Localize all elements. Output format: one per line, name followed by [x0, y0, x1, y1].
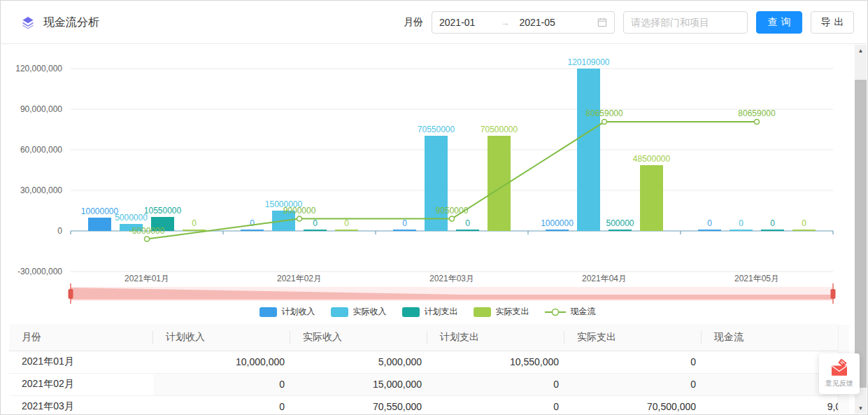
month-cell: 2021年02月: [9, 373, 153, 395]
date-range-arrow: →: [500, 17, 509, 28]
table-row: 2021年01月10,000,0005,000,00010,550,0000-6…: [9, 351, 838, 373]
legend-item-计划收入[interactable]: 计划收入: [259, 306, 315, 318]
line-point[interactable]: [755, 120, 760, 125]
svg-text:0: 0: [802, 218, 806, 228]
svg-text:0: 0: [739, 218, 744, 228]
bar-计划收入[interactable]: [88, 218, 111, 231]
cashflow-table-wrap: 月份计划收入实际收入计划支出实际支出现金流 2021年01月10,000,000…: [9, 324, 838, 415]
bar-计划收入[interactable]: [698, 230, 721, 231]
feedback-button[interactable]: 意见反馈: [819, 353, 860, 394]
svg-text:0: 0: [402, 218, 407, 228]
svg-text:0: 0: [57, 226, 62, 236]
export-button[interactable]: 导出: [811, 11, 854, 34]
scrollbar-down-arrow-icon[interactable]: ▼: [855, 402, 867, 414]
legend-item-计划支出[interactable]: 计划支出: [402, 306, 458, 318]
legend-swatch-icon: [331, 307, 348, 317]
svg-text:48500000: 48500000: [633, 154, 671, 164]
page-title: 现金流分析: [43, 15, 99, 30]
date-range-picker[interactable]: 2021-01 → 2021-05: [432, 11, 615, 34]
column-header-计划支出: 计划支出: [427, 324, 564, 351]
legend-label: 实际支出: [496, 306, 529, 318]
value-cell: 10,000,000: [153, 351, 290, 373]
month-cell: 2021年03月: [9, 395, 153, 415]
svg-text:10000000: 10000000: [81, 206, 119, 216]
scrollbar-thumb[interactable]: [855, 80, 867, 388]
column-header-实际支出: 实际支出: [564, 324, 702, 351]
bar-计划支出[interactable]: [456, 230, 479, 231]
svg-text:0: 0: [344, 218, 349, 228]
bar-实际支出[interactable]: [335, 230, 358, 231]
page-header: 现金流分析 月份 2021-01 → 2021-05 查询: [1, 1, 867, 44]
svg-text:120,000,000: 120,000,000: [15, 64, 62, 73]
scrollbar-up-arrow-icon[interactable]: ▲: [855, 45, 867, 56]
value-cell: 9,000,000: [702, 373, 838, 395]
legend-label: 实际收入: [353, 306, 387, 318]
date-start-value[interactable]: 2021-01: [439, 17, 475, 28]
svg-text:2021年04月: 2021年04月: [582, 274, 627, 283]
bar-计划收入[interactable]: [546, 230, 569, 231]
svg-text:1000000: 1000000: [541, 218, 574, 228]
chart-legend: 计划收入实际收入计划支出实际支出现金流: [1, 306, 854, 318]
bar-计划支出[interactable]: [761, 230, 784, 231]
bar-实际收入[interactable]: [577, 69, 600, 231]
legend-swatch-icon: [402, 307, 420, 317]
column-header-实际收入: 实际收入: [290, 324, 427, 351]
calendar-icon: [597, 17, 607, 27]
legend-item-实际支出[interactable]: 实际支出: [474, 306, 529, 318]
bar-计划支出[interactable]: [304, 230, 327, 231]
svg-text:9000000: 9000000: [283, 206, 316, 216]
line-point[interactable]: [145, 237, 150, 241]
value-cell: 0: [427, 395, 564, 415]
bar-计划收入[interactable]: [393, 230, 416, 231]
legend-label: 计划支出: [425, 306, 458, 318]
layers-icon: [21, 15, 35, 29]
svg-text:2021年02月: 2021年02月: [277, 274, 322, 283]
svg-text:-6000000: -6000000: [129, 226, 165, 236]
legend-item-现金流[interactable]: 现金流: [545, 306, 596, 318]
legend-label: 计划收入: [282, 306, 315, 318]
svg-text:9050000: 9050000: [436, 206, 469, 216]
value-cell: 0: [153, 395, 290, 415]
department-project-select[interactable]: [623, 11, 748, 34]
bar-实际收入[interactable]: [425, 136, 448, 231]
bar-实际支出[interactable]: [640, 165, 663, 231]
svg-text:120109000: 120109000: [567, 57, 609, 67]
line-point[interactable]: [450, 216, 455, 221]
value-cell: 0: [427, 373, 564, 395]
feedback-envelope-icon: [830, 359, 848, 377]
month-label: 月份: [404, 16, 423, 29]
feedback-label: 意见反馈: [825, 379, 853, 388]
date-end-value[interactable]: 2021-05: [519, 17, 592, 28]
query-button[interactable]: 查询: [756, 11, 802, 34]
cashflow-chart[interactable]: 120,000,00090,000,00060,000,00030,000,00…: [8, 45, 837, 305]
svg-text:80659000: 80659000: [738, 108, 776, 118]
svg-text:0: 0: [465, 218, 470, 228]
svg-text:70500000: 70500000: [481, 125, 518, 134]
svg-text:2021年03月: 2021年03月: [429, 274, 474, 283]
bar-实际支出[interactable]: [792, 230, 816, 231]
bar-计划收入[interactable]: [241, 230, 264, 231]
datazoom-handle[interactable]: [831, 289, 836, 299]
value-cell: 0: [564, 373, 702, 395]
value-cell: 10,550,000: [427, 351, 564, 373]
svg-text:10550000: 10550000: [144, 206, 182, 216]
column-header-现金流: 现金流: [702, 324, 838, 351]
svg-text:0: 0: [250, 218, 255, 228]
legend-item-实际收入[interactable]: 实际收入: [331, 306, 387, 318]
legend-swatch-icon: [259, 307, 277, 317]
line-point[interactable]: [297, 216, 302, 221]
svg-text:0: 0: [707, 218, 712, 228]
bar-实际支出[interactable]: [183, 230, 206, 231]
legend-line-icon: [545, 307, 566, 317]
legend-swatch-icon: [474, 307, 491, 317]
svg-text:0: 0: [313, 218, 318, 228]
line-point[interactable]: [602, 120, 607, 125]
svg-text:90,000,000: 90,000,000: [20, 104, 62, 114]
bar-实际收入[interactable]: [730, 230, 753, 231]
svg-text:0: 0: [770, 218, 775, 228]
value-cell: 70,500,000: [564, 395, 702, 415]
datazoom-handle[interactable]: [69, 289, 73, 299]
bar-计划支出[interactable]: [609, 230, 632, 231]
value-cell: 0: [564, 351, 702, 373]
table-row: 2021年02月015,000,000009,000,000: [9, 373, 838, 395]
